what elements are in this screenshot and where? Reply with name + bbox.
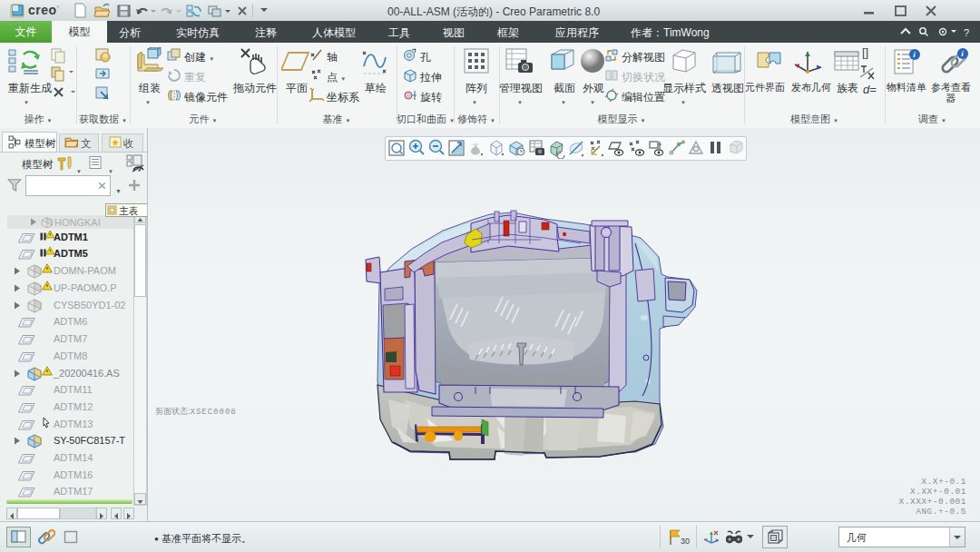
svg-text:?: ? [964,27,969,38]
svg-text:30: 30 [681,537,690,546]
